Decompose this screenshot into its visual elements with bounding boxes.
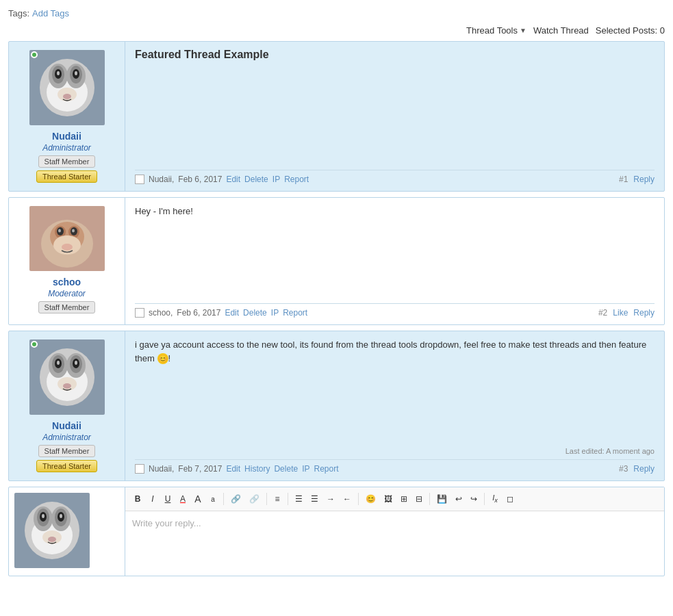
toolbar-sep-4 bbox=[358, 493, 359, 505]
post-2-body: Hey - I'm here! bbox=[135, 205, 655, 294]
editor-link-button[interactable]: 🔗 bbox=[227, 492, 244, 506]
post-3-delete-link[interactable]: Delete bbox=[274, 464, 298, 474]
reply-editor-avatar bbox=[14, 493, 90, 568]
editor-indent-button[interactable]: → bbox=[323, 492, 338, 506]
editor-image-button[interactable]: 🖼 bbox=[381, 492, 396, 506]
toolbar-sep-5 bbox=[429, 493, 430, 505]
post-1-username[interactable]: Nudaii bbox=[52, 131, 81, 142]
post-2-username[interactable]: schoo bbox=[53, 277, 81, 287]
editor-bullet-button[interactable]: ☰ bbox=[292, 492, 306, 506]
editor-align-button[interactable]: ≡ bbox=[270, 492, 284, 506]
editor-source-button[interactable]: ◻ bbox=[503, 492, 517, 506]
editor-unlink-button[interactable]: 🔗 bbox=[246, 492, 263, 506]
editor-more-button[interactable]: ⊟ bbox=[412, 492, 426, 506]
svg-point-9 bbox=[57, 71, 60, 75]
editor-font-size-up-button[interactable]: A bbox=[191, 491, 205, 506]
selected-posts-count: Selected Posts: 0 bbox=[596, 25, 665, 36]
post-2-staff-badge: Staff Member bbox=[38, 301, 96, 313]
post-3-ip-link[interactable]: IP bbox=[302, 464, 309, 474]
tags-row: Tags: Add Tags bbox=[8, 5, 665, 23]
post-3-avatar-wrap bbox=[29, 339, 105, 415]
post-3-sidebar: Nudaii Administrator Staff Member Thread… bbox=[9, 331, 125, 480]
post-1-report-link[interactable]: Report bbox=[284, 175, 309, 184]
post-1-body bbox=[135, 68, 655, 160]
editor-numbered-button[interactable]: ☰ bbox=[307, 492, 322, 506]
editor-bold-button[interactable]: B bbox=[131, 492, 144, 506]
post-3-checkbox[interactable] bbox=[135, 464, 144, 474]
post-2-footer-right: #2 Like Reply bbox=[598, 308, 655, 318]
post-3-thread-starter-badge: Thread Starter bbox=[36, 460, 97, 472]
editor-italic-button[interactable]: I bbox=[146, 492, 160, 506]
post-3-main: i gave ya account access to the new tool… bbox=[125, 331, 664, 480]
editor-toolbar: B I U A A a 🔗 🔗 ≡ ☰ ☰ → ← 😊 🖼 ⊞ bbox=[125, 487, 664, 511]
post-2-main: Hey - I'm here! schoo, Feb 6, 2017 Edit … bbox=[125, 198, 664, 324]
editor-table-button[interactable]: ⊞ bbox=[397, 492, 411, 506]
post-2-like-button[interactable]: Like bbox=[613, 308, 628, 318]
post-2-footer-left: schoo, Feb 6, 2017 Edit Delete IP Report bbox=[135, 308, 307, 318]
tags-label: Tags: bbox=[8, 8, 29, 18]
post-2-reply-button[interactable]: Reply bbox=[633, 308, 655, 318]
post-3-number: #3 bbox=[619, 464, 628, 474]
online-indicator bbox=[31, 51, 38, 58]
post-2-delete-link[interactable]: Delete bbox=[243, 308, 267, 318]
editor-underline-button[interactable]: U bbox=[161, 492, 175, 506]
post-2-avatar bbox=[29, 206, 105, 271]
post-1-delete-link[interactable]: Delete bbox=[244, 175, 268, 184]
post-1-main: Featured Thread Example Nudaii, Feb 6, 2… bbox=[125, 42, 664, 191]
post-1-staff-badge: Staff Member bbox=[38, 155, 96, 168]
post-2-ip-link[interactable]: IP bbox=[271, 308, 279, 318]
post-1-ip-link[interactable]: IP bbox=[272, 175, 280, 184]
post-2-username-meta: schoo, bbox=[149, 308, 173, 318]
post-2: schoo Moderator Staff Member Hey - I'm h… bbox=[8, 197, 665, 325]
svg-point-34 bbox=[57, 361, 60, 365]
svg-point-48 bbox=[60, 514, 62, 518]
post-2-edit-link[interactable]: Edit bbox=[225, 308, 239, 318]
post-1-footer: Nudaii, Feb 6, 2017 Edit Delete IP Repor… bbox=[135, 170, 655, 184]
add-tags-link[interactable]: Add Tags bbox=[32, 8, 69, 18]
reply-editor: B I U A A a 🔗 🔗 ≡ ☰ ☰ → ← 😊 🖼 ⊞ bbox=[8, 487, 665, 576]
reply-editor-main: B I U A A a 🔗 🔗 ≡ ☰ ☰ → ← 😊 🖼 ⊞ bbox=[125, 487, 664, 576]
post-1-sidebar: Nudaii Administrator Staff Member Thread… bbox=[9, 42, 125, 191]
post-1-number: #1 bbox=[619, 175, 628, 184]
post-3-reply-button[interactable]: Reply bbox=[633, 464, 655, 474]
thread-tools-button[interactable]: Thread Tools ▼ bbox=[466, 25, 526, 36]
post-1-avatar bbox=[29, 50, 105, 125]
post-3-avatar bbox=[29, 339, 105, 415]
toolbar-sep-1 bbox=[223, 493, 224, 505]
post-2-checkbox[interactable] bbox=[135, 308, 144, 318]
post-3-role: Administrator bbox=[42, 433, 91, 442]
post-3-report-link[interactable]: Report bbox=[314, 464, 338, 474]
editor-redo-button[interactable]: ↪ bbox=[467, 492, 481, 506]
svg-point-47 bbox=[42, 514, 45, 518]
editor-undo-button[interactable]: ↩ bbox=[452, 492, 466, 506]
post-1-checkbox[interactable] bbox=[135, 175, 144, 184]
editor-body[interactable]: Write your reply... bbox=[125, 511, 664, 552]
post-2-sidebar: schoo Moderator Staff Member bbox=[9, 198, 125, 324]
post-1-thread-starter-badge: Thread Starter bbox=[36, 170, 97, 183]
editor-save-button[interactable]: 💾 bbox=[433, 492, 450, 506]
post-3-footer: Nudaii, Feb 7, 2017 Edit History Delete … bbox=[135, 459, 655, 474]
svg-point-21 bbox=[72, 229, 75, 233]
post-1-avatar-wrap bbox=[29, 50, 105, 125]
post-3-footer-left: Nudaii, Feb 7, 2017 Edit History Delete … bbox=[135, 464, 339, 474]
watch-thread-button[interactable]: Watch Thread bbox=[533, 25, 589, 36]
post-3-username[interactable]: Nudaii bbox=[52, 420, 81, 431]
post-2-report-link[interactable]: Report bbox=[283, 308, 307, 318]
editor-outdent-button[interactable]: ← bbox=[340, 492, 355, 506]
post-3-edit-link[interactable]: Edit bbox=[226, 464, 240, 474]
editor-font-color-button[interactable]: A bbox=[176, 492, 190, 506]
post-1-reply-button[interactable]: Reply bbox=[633, 175, 655, 184]
post-3-date: Feb 7, 2017 bbox=[178, 464, 222, 474]
post-3-last-edited: Last edited: A moment ago bbox=[135, 447, 655, 455]
post-2-avatar-wrap bbox=[29, 206, 105, 271]
post-1: Nudaii Administrator Staff Member Thread… bbox=[8, 41, 665, 192]
post-1-footer-left: Nudaii, Feb 6, 2017 Edit Delete IP Repor… bbox=[135, 175, 309, 184]
editor-font-size-down-button[interactable]: a bbox=[206, 493, 220, 505]
emoji-icon: 😊 bbox=[157, 353, 168, 364]
post-1-edit-link[interactable]: Edit bbox=[226, 175, 240, 184]
editor-emoji-button[interactable]: 😊 bbox=[362, 492, 379, 506]
post-3-history-link[interactable]: History bbox=[244, 464, 270, 474]
post-2-role: Moderator bbox=[48, 289, 86, 298]
editor-clear-format-button[interactable]: Ix bbox=[488, 491, 502, 506]
post-3-staff-badge: Staff Member bbox=[38, 445, 96, 457]
